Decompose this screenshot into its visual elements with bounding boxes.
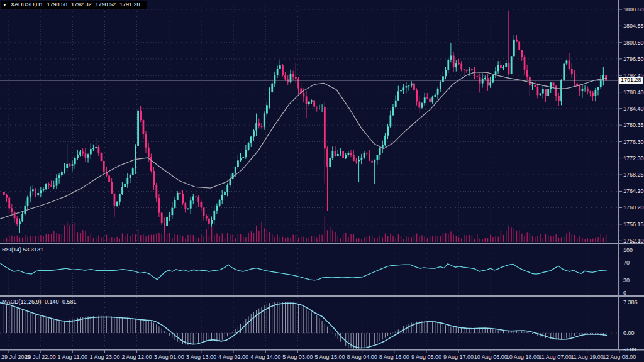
chart-dropdown-icon[interactable]: ▼ (3, 3, 7, 7)
price-axis-label: 1808.60 (623, 6, 644, 13)
rsi-value: 53.3131 (23, 246, 44, 253)
chart-canvas[interactable] (0, 0, 644, 362)
time-axis-label: 12 Aug 08:00 (597, 354, 641, 360)
ohlc-low: 1790.52 (96, 1, 116, 8)
macd-axis-label: -3.89 (623, 346, 636, 353)
price-axis-label: 1804.55 (623, 23, 644, 29)
price-axis-label: 1756.15 (623, 221, 644, 228)
price-axis-label: 1776.30 (623, 139, 644, 145)
macd-value-main: -0.140 (43, 299, 59, 305)
price-axis-label: 1760.20 (623, 204, 644, 211)
macd-value-signal: -0.581 (60, 299, 77, 305)
price-axis-label: 1800.50 (623, 40, 644, 46)
rsi-axis-label: 100 (623, 247, 633, 253)
macd-label: MACD(12,26,9) -0.140 -0.581 (2, 299, 77, 305)
macd-axis-label: 0.00 (623, 330, 635, 336)
macd-name: MACD(12,26,9) (2, 299, 42, 305)
rsi-name: RSI(14) (2, 246, 21, 253)
symbol-ohlc-readout: ▼XAUUSD,H11790.581792.321790.521791.28 (1, 1, 147, 9)
price-axis-label: 1788.40 (623, 89, 644, 96)
ohlc-open: 1790.58 (47, 1, 67, 8)
macd-axis-label: 7.386 (623, 299, 638, 305)
price-axis-label: 1768.25 (623, 172, 644, 178)
rsi-label: RSI(14) 53.3131 (2, 246, 43, 253)
symbol-label: XAUUSD,H1 (11, 1, 43, 8)
ohlc-high: 1792.32 (71, 1, 92, 8)
current-price-label: 1791.28 (619, 77, 643, 84)
price-axis-label: 1796.50 (623, 56, 644, 62)
price-axis-label: 1752.10 (623, 238, 644, 244)
rsi-axis-label: 30 (623, 277, 630, 283)
rsi-axis-label: 0 (623, 290, 626, 296)
price-axis-label: 1784.40 (623, 106, 644, 112)
price-axis-label: 1772.30 (623, 155, 644, 162)
price-axis-label: 1780.35 (623, 122, 644, 128)
rsi-axis-label: 70 (623, 260, 630, 266)
ohlc-close: 1791.28 (119, 1, 140, 8)
trading-chart-window: ▼XAUUSD,H11790.581792.321790.521791.28 R… (0, 0, 644, 362)
price-axis-label: 1764.20 (623, 188, 644, 194)
